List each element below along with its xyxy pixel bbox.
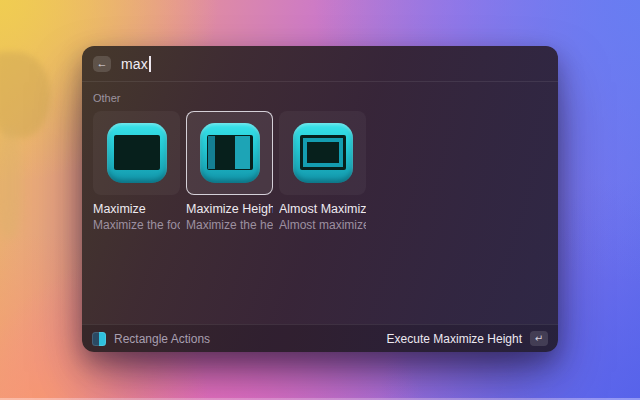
rectangle-actions-app-icon xyxy=(92,332,106,346)
grid-item-almost-maximize[interactable]: Almost Maximize Almost maximize the… xyxy=(279,111,366,232)
footer-app-info: Rectangle Actions xyxy=(92,332,210,346)
search-bar: ← max xyxy=(82,46,558,82)
grid-item-maximize[interactable]: Maximize Maximize the focuse… xyxy=(93,111,180,232)
grid-tile[interactable] xyxy=(279,111,366,195)
back-arrow-icon: ← xyxy=(97,58,108,69)
footer-app-name: Rectangle Actions xyxy=(114,332,210,346)
item-subtitle: Almost maximize the… xyxy=(279,218,366,232)
item-subtitle: Maximize the focuse… xyxy=(93,218,180,232)
maximize-icon xyxy=(107,123,167,183)
item-subtitle: Maximize the height… xyxy=(186,218,273,232)
item-title: Maximize Height xyxy=(186,202,273,216)
wallpaper-blob xyxy=(0,52,50,138)
maximize-height-icon xyxy=(200,123,260,183)
wallpaper-blob-small xyxy=(0,128,22,238)
status-bar: Rectangle Actions Execute Maximize Heigh… xyxy=(82,324,558,352)
maximize-height-screen-shape xyxy=(207,135,253,170)
item-title: Maximize xyxy=(93,202,180,216)
left-bar-shape xyxy=(208,136,215,169)
launcher-window: ← max Other Maximize Maximize the focuse… xyxy=(82,46,558,352)
primary-action-label: Execute Maximize Height xyxy=(387,332,522,346)
results-area: Other Maximize Maximize the focuse… xyxy=(82,82,558,232)
search-query-text: max xyxy=(121,56,148,72)
results-grid: Maximize Maximize the focuse… Maximize H… xyxy=(93,111,547,232)
almost-maximize-icon xyxy=(293,123,353,183)
back-button[interactable]: ← xyxy=(93,56,111,72)
almost-maximize-screen-shape xyxy=(300,135,346,170)
section-header: Other xyxy=(93,92,547,104)
grid-tile[interactable] xyxy=(93,111,180,195)
maximize-screen-shape xyxy=(114,135,160,170)
primary-action-button[interactable]: Execute Maximize Height ↵ xyxy=(387,331,548,346)
search-input[interactable]: max xyxy=(121,56,151,72)
text-caret xyxy=(149,56,151,72)
item-title: Almost Maximize xyxy=(279,202,366,216)
right-bar-shape xyxy=(235,136,250,169)
grid-tile-selected[interactable] xyxy=(186,111,273,195)
return-key-icon: ↵ xyxy=(530,331,548,346)
inner-window-frame-shape xyxy=(303,138,343,167)
grid-item-maximize-height[interactable]: Maximize Height Maximize the height… xyxy=(186,111,273,232)
